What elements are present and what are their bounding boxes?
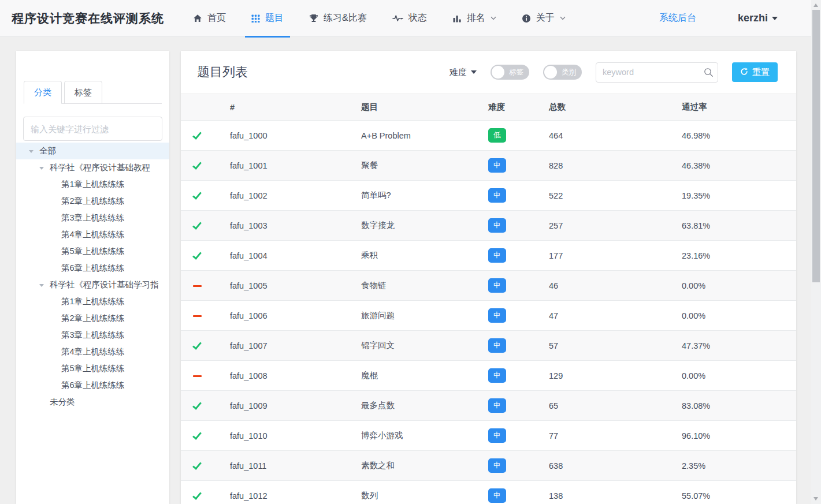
admin-backend-link[interactable]: 系统后台 [659,12,696,24]
nav-item-problems[interactable]: 题目 [239,0,296,37]
tree-item-label: 第2章上机练练练 [61,196,125,207]
problem-id[interactable]: fafu_1002 [222,181,354,211]
username: kerzhi [738,12,768,24]
tree-item[interactable]: 第5章上机练练练 [16,360,169,377]
tree-item[interactable]: 第5章上机练练练 [16,243,169,260]
problem-id[interactable]: fafu_1000 [222,121,354,151]
problem-title[interactable]: 素数之和 [354,451,481,481]
problem-id[interactable]: fafu_1006 [222,301,354,331]
col-difficulty: 难度 [481,94,541,121]
problem-id[interactable]: fafu_1012 [222,481,354,504]
problem-title[interactable]: 最多点数 [354,391,481,421]
table-row[interactable]: fafu_1008 魔棍 中 129 0.00% [181,361,796,391]
table-row[interactable]: fafu_1005 食物链 中 46 0.00% [181,271,796,301]
problem-title[interactable]: 锦字回文 [354,331,481,361]
problem-title[interactable]: 聚餐 [354,151,481,181]
tree-item[interactable]: 全部 [16,143,169,159]
scroll-down-arrow-icon[interactable] [813,497,818,501]
scrollbar-thumb[interactable] [812,10,820,282]
tree-item[interactable]: 第1章上机练练练 [16,293,169,310]
problem-title[interactable]: 旅游问题 [354,301,481,331]
problem-id[interactable]: fafu_1001 [222,151,354,181]
nav-item-rank[interactable]: 排名 [440,0,509,37]
user-menu[interactable]: kerzhi [738,12,778,24]
problem-title[interactable]: 博弈小游戏 [354,421,481,451]
problem-id[interactable]: fafu_1011 [222,451,354,481]
table-row[interactable]: fafu_1000 A+B Problem 低 464 46.98% [181,121,796,151]
sidebar-tabs: 分类 标签 [24,81,162,104]
table-row[interactable]: fafu_1012 数列 中 138 55.07% [181,481,796,504]
nav-item-about[interactable]: 关于 [509,0,578,37]
total-count: 138 [541,481,674,504]
table-row[interactable]: fafu_1004 乘积 中 177 23.16% [181,241,796,271]
keyword-search-input[interactable] [596,62,718,83]
tree-item[interactable]: 第2章上机练练练 [16,193,169,210]
table-row[interactable]: fafu_1009 最多点数 中 65 83.08% [181,391,796,421]
pass-rate: 83.08% [674,391,796,421]
tree-item[interactable]: 第2章上机练练练 [16,310,169,327]
problem-title[interactable]: 数字接龙 [354,211,481,241]
problem-title[interactable]: 乘积 [354,241,481,271]
table-row[interactable]: fafu_1002 简单吗? 中 522 19.35% [181,181,796,211]
problem-title[interactable]: 魔棍 [354,361,481,391]
total-count: 57 [541,331,674,361]
problem-id[interactable]: fafu_1008 [222,361,354,391]
problem-id[interactable]: fafu_1005 [222,271,354,301]
nav-item-label: 关于 [536,12,555,24]
problem-id[interactable]: fafu_1010 [222,421,354,451]
tree-item[interactable]: 第6章上机练练练 [16,260,169,277]
problem-title[interactable]: A+B Problem [354,121,481,151]
table-row[interactable]: fafu_1011 素数之和 中 638 2.35% [181,451,796,481]
table-row[interactable]: fafu_1006 旅游问题 中 47 0.00% [181,301,796,331]
tab-tags[interactable]: 标签 [64,81,102,104]
tree-item[interactable]: 第3章上机练练练 [16,327,169,344]
nav-item-home[interactable]: 首页 [180,0,239,37]
table-row[interactable]: fafu_1007 锦字回文 中 57 47.37% [181,331,796,361]
tree-item-label: 第6章上机练练练 [61,380,125,391]
tree-item[interactable]: 第4章上机练练练 [16,344,169,360]
problem-id[interactable]: fafu_1004 [222,241,354,271]
problem-id[interactable]: fafu_1009 [222,391,354,421]
problem-id[interactable]: fafu_1003 [222,211,354,241]
difficulty-badge: 中 [488,278,506,293]
tree-item[interactable]: 第1章上机练练练 [16,176,169,193]
tree-item-label: 第3章上机练练练 [61,330,125,341]
tree-item[interactable]: 科学社《程序设计基础教程 [16,159,169,176]
nav-item-status[interactable]: 状态 [380,0,440,37]
table-row[interactable]: fafu_1001 聚餐 中 828 46.38% [181,151,796,181]
problem-title[interactable]: 简单吗? [354,181,481,211]
check-icon [192,460,202,470]
difficulty-cell: 中 [481,271,541,301]
difficulty-filter-dropdown[interactable]: 难度 [449,67,477,78]
search-icon[interactable] [704,68,714,79]
tree-filter-input[interactable] [23,117,162,141]
tab-categories[interactable]: 分类 [24,81,62,104]
pass-rate: 46.38% [674,151,796,181]
table-row[interactable]: fafu_1003 数字接龙 中 257 63.81% [181,211,796,241]
problem-title[interactable]: 食物链 [354,271,481,301]
caret-down-icon[interactable] [39,166,50,170]
pass-rate: 63.81% [674,211,796,241]
difficulty-cell: 中 [481,331,541,361]
category-toggle[interactable]: 类别 [543,65,582,80]
nav-item-contests[interactable]: 练习&比赛 [296,0,380,37]
difficulty-badge: 中 [488,368,506,383]
table-header: # 题目 难度 总数 通过率 [181,94,796,121]
tree-item[interactable]: 第4章上机练练练 [16,226,169,243]
total-count: 257 [541,211,674,241]
scroll-up-arrow-icon[interactable] [813,3,818,7]
tags-toggle[interactable]: 标签 [491,65,529,80]
tree-item[interactable]: 科学社《程序设计基础学习指 [16,277,169,293]
caret-down-icon[interactable] [29,150,39,153]
tree-item[interactable]: 未分类 [16,394,169,410]
tree-item[interactable]: 第6章上机练练练 [16,377,169,394]
caret-down-icon[interactable] [39,283,50,287]
check-icon [192,490,202,500]
keyword-search [596,62,718,83]
reset-button[interactable]: 重置 [732,62,778,82]
table-row[interactable]: fafu_1010 博弈小游戏 中 77 96.10% [181,421,796,451]
problem-id[interactable]: fafu_1007 [222,331,354,361]
problem-title[interactable]: 数列 [354,481,481,504]
window-scrollbar[interactable] [811,0,821,504]
tree-item[interactable]: 第3章上机练练练 [16,210,169,226]
